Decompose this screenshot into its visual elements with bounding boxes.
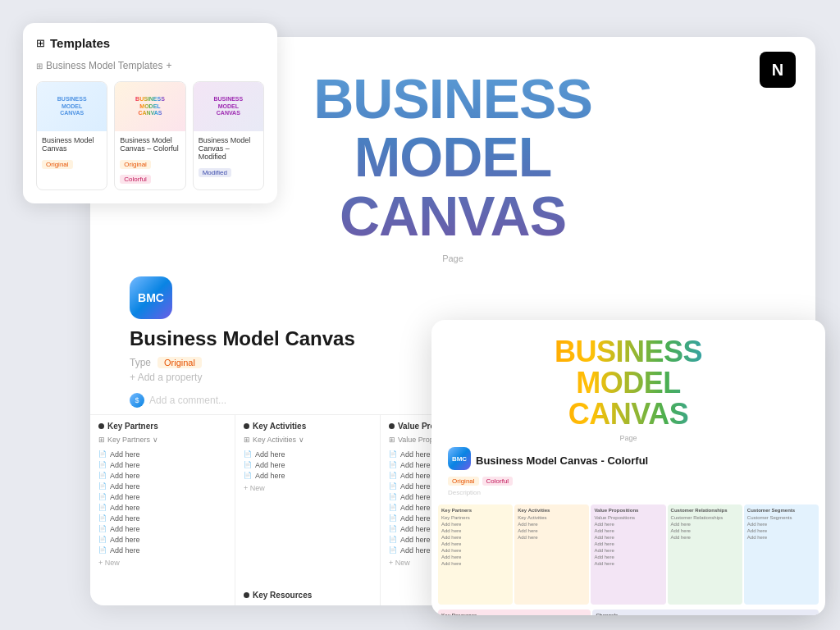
mini-col-ka: Key Activities Key Activities Add here A… — [514, 504, 589, 605]
list-item: 📄Add here — [244, 470, 372, 481]
doc-icon: 📄 — [244, 450, 252, 458]
col-header-ka: Key Activities — [244, 422, 372, 431]
templates-title: Templates — [50, 36, 110, 50]
key-resources-section: Key Resources ⊞ Key Resources ∨ 📄Add her… — [244, 591, 372, 605]
colorful-mini-canvas-bottom: Key Resources Key Resources Add here Add… — [431, 608, 825, 615]
doc-icon: 📄 — [98, 461, 107, 468]
ka-items: 📄Add here 📄Add here 📄Add here — [244, 449, 372, 481]
doc-icon: 📄 — [389, 546, 397, 554]
col-subtitle-kr: ⊞ Key Resources ∨ — [244, 605, 372, 605]
colorful-tag-colorful: Colorful — [482, 477, 514, 486]
doc-icon: 📄 — [389, 450, 397, 458]
mini-col-kp: Key Partners Key Partners Add here Add h… — [438, 504, 513, 605]
col-header-kp: Key Partners — [98, 422, 226, 431]
mini-col-cs: Customer Segments Customer Segments Add … — [744, 504, 819, 605]
col-dot-kr — [244, 592, 249, 598]
doc-icon: 📄 — [98, 504, 107, 511]
mini-col-kr: Key Resources Key Resources Add here Add… — [438, 609, 591, 615]
doc-icon: 📄 — [98, 536, 107, 543]
kp-items: 📄Add here 📄Add here 📄Add here 📄Add here … — [98, 449, 226, 555]
list-item: 📄Add here — [98, 545, 226, 555]
list-item: 📄Add here — [98, 491, 226, 502]
col-title-ka: Key Activities — [253, 422, 306, 431]
doc-icon: 📄 — [389, 536, 397, 543]
notion-logo: N — [760, 52, 796, 88]
grid-icon: ⊞ — [36, 37, 45, 49]
comment-placeholder[interactable]: Add a comment... — [149, 395, 226, 406]
template-thumb-original: BUSINESSMODELCANVAS — [37, 82, 107, 131]
prop-type-label: Type — [130, 357, 151, 368]
mini-col-channels: Channels Channels Add here Add here — [592, 609, 819, 615]
template-item-modified[interactable]: BUSINESSMODELCANVAS Business Model Canva… — [193, 81, 264, 190]
colorful-tag-original: Original — [448, 477, 479, 486]
col-title-kr: Key Resources — [253, 591, 312, 600]
breadcrumb-icon: ⊞ — [36, 62, 43, 71]
colorful-page-label: Page — [431, 434, 825, 442]
list-item: 📄Add here — [98, 459, 226, 470]
template-item-colorful[interactable]: BUSINESSMODELCANVAS Business Model Canva… — [114, 81, 185, 190]
colorful-card: BUSINESSMODELCANVAS Page BMC Business Mo… — [431, 320, 825, 615]
doc-icon: 📄 — [244, 472, 252, 479]
templates-header: ⊞ Templates — [36, 36, 264, 50]
main-page-label: Page — [90, 253, 815, 263]
col-key-activities: Key Activities ⊞ Key Activities ∨ 📄Add h… — [235, 415, 381, 605]
col-key-partners: Key Partners ⊞ Key Partners ∨ 📄Add here … — [90, 415, 235, 605]
list-item: 📄Add here — [98, 513, 226, 523]
templates-card: ⊞ Templates ⊞ Business Model Templates +… — [23, 23, 277, 203]
col-dot-ka — [244, 423, 249, 429]
doc-icon: 📄 — [98, 472, 107, 479]
list-item: 📄Add here — [244, 459, 372, 470]
tag-colorful: Colorful — [120, 175, 151, 184]
doc-icon: 📄 — [389, 514, 397, 522]
doc-icon: 📄 — [389, 525, 397, 532]
col-subtitle-ka: ⊞ Key Activities ∨ — [244, 436, 372, 444]
col-header-kr: Key Resources — [244, 591, 372, 600]
bmc-icon: BMC — [130, 276, 172, 319]
new-button-kp[interactable]: + New — [98, 559, 226, 567]
doc-icon: 📄 — [98, 450, 107, 458]
col-title-kp: Key Partners — [107, 422, 158, 431]
template-thumb-colorful: BUSINESSMODELCANVAS — [115, 82, 185, 131]
doc-icon: 📄 — [98, 546, 107, 554]
list-item: 📄Add here — [244, 449, 372, 459]
list-item: 📄Add here — [98, 502, 226, 513]
templates-breadcrumb: ⊞ Business Model Templates + — [36, 60, 264, 71]
list-item: 📄Add here — [98, 534, 226, 545]
templates-grid: BUSINESSMODELCANVAS Business Model Canva… — [36, 81, 264, 190]
prop-type-tag: Original — [158, 357, 202, 368]
doc-icon: 📄 — [98, 493, 107, 500]
doc-icon: 📄 — [244, 461, 252, 468]
list-item: 📄Add here — [98, 523, 226, 534]
comment-avatar: $ — [130, 393, 144, 408]
colorful-bmc-icon: BMC — [448, 447, 471, 470]
template-item-original[interactable]: BUSINESSMODELCANVAS Business Model Canva… — [36, 81, 107, 190]
mini-col-vp: Value Propositions Value Propositions Ad… — [591, 504, 665, 605]
colorful-title-area: BUSINESSMODELCANVAS — [431, 320, 825, 434]
template-info-original: Business Model Canvas Original — [37, 131, 107, 175]
col-subtitle-kp: ⊞ Key Partners ∨ — [98, 436, 226, 444]
list-item: 📄Add here — [98, 449, 226, 459]
doc-icon: 📄 — [98, 482, 107, 490]
doc-icon: 📄 — [389, 461, 397, 468]
col-dot-kp — [98, 423, 104, 429]
doc-icon: 📄 — [389, 493, 397, 500]
doc-icon: 📄 — [98, 525, 107, 532]
colorful-description-label: Description — [448, 489, 809, 496]
doc-icon: 📄 — [98, 514, 107, 522]
doc-icon: 📄 — [389, 472, 397, 479]
list-item: 📄Add here — [98, 470, 226, 481]
template-info-modified: Business Model Canvas – Modified Modifie… — [194, 131, 263, 183]
doc-icon: 📄 — [389, 504, 397, 511]
list-item: 📄Add here — [98, 481, 226, 491]
colorful-tags: Original Colorful — [448, 477, 809, 486]
tag-original: Original — [42, 160, 73, 169]
new-button-ka[interactable]: + New — [244, 484, 372, 492]
template-thumb-modified: BUSINESSMODELCANVAS — [194, 82, 263, 131]
notion-logo-icon: N — [772, 61, 783, 80]
colorful-page-header: BMC Business Model Canvas - Colorful Ori… — [431, 447, 825, 496]
colorful-mini-canvas-top: Key Partners Key Partners Add here Add h… — [431, 501, 825, 608]
doc-icon: 📄 — [389, 482, 397, 490]
mini-col-cr: Customer Relationships Customer Relation… — [668, 504, 742, 605]
colorful-big-title: BUSINESSMODELCANVAS — [445, 336, 812, 429]
tag-original-2: Original — [120, 160, 151, 169]
